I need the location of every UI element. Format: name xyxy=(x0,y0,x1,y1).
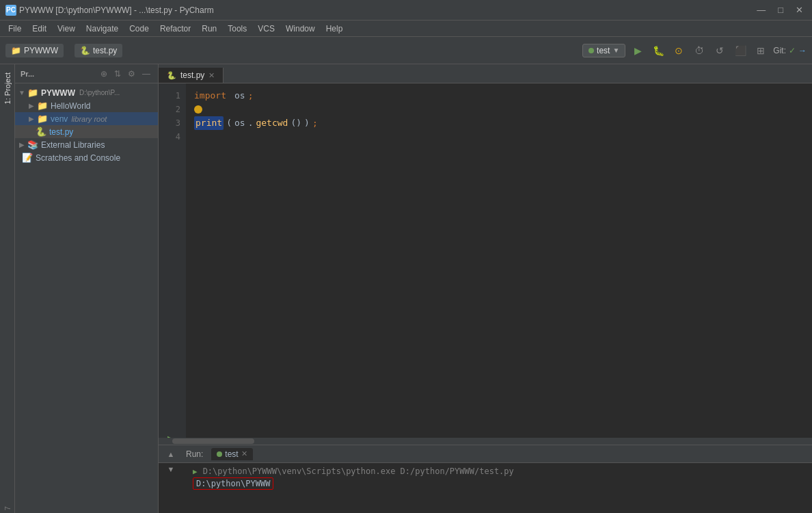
cmd-arrow-icon: ▶ xyxy=(193,467,198,476)
hint-bulb-icon xyxy=(194,105,202,114)
editor-tabs: 🐍 test.py ✕ xyxy=(159,64,812,83)
run-button[interactable]: ▶ xyxy=(630,42,646,59)
run-tab-close[interactable]: ✕ xyxy=(241,449,247,458)
code-editor[interactable]: 1 2 3 4 import os; print(os.getcwd xyxy=(159,83,812,438)
run-dot xyxy=(588,48,594,53)
line-num-3: 3 xyxy=(159,116,186,130)
debug-button[interactable]: 🐛 xyxy=(650,42,666,59)
title-bar-controls: — □ ✕ xyxy=(753,3,807,16)
run-scroll-up[interactable]: ▲ xyxy=(164,447,178,461)
tree-item-helloworld[interactable]: ▶ 📁 HelloWorld xyxy=(15,99,158,112)
menu-bar: File Edit View Navigate Code Refactor Ru… xyxy=(0,21,812,37)
extlib-icon: 📚 xyxy=(27,140,38,150)
maximize-button[interactable]: □ xyxy=(774,3,787,16)
menu-vcs[interactable]: VCS xyxy=(252,23,280,35)
token-paren-close: ) xyxy=(304,116,310,130)
token-semi-1: ; xyxy=(248,89,254,103)
layout-button[interactable]: ⊞ xyxy=(753,42,769,59)
hscroll-thumb[interactable] xyxy=(172,438,254,444)
run-config-selector[interactable]: test ▼ xyxy=(582,44,625,57)
menu-navigate[interactable]: Navigate xyxy=(81,23,124,35)
tree-label-pywww: PYWWW xyxy=(41,88,75,98)
code-content[interactable]: import os; print(os.getcwd()); xyxy=(186,83,812,438)
tree-label-extlib: External Libraries xyxy=(41,140,105,150)
panel-minimize-btn[interactable]: — xyxy=(140,68,152,79)
run-tab-test[interactable]: test ✕ xyxy=(211,448,252,460)
tree-item-venv[interactable]: ▶ 📁 venv library root xyxy=(15,112,158,125)
coverage-button[interactable]: ⊙ xyxy=(671,42,687,59)
tree-item-pywww[interactable]: ▼ 📁 PYWWW D:\python\P... xyxy=(15,86,158,99)
cmd-text: D:\python\PYWWW\venv\Scripts\python.exe … xyxy=(203,466,514,476)
bottom-content: ▶ D:\python\PYWWW\venv\Scripts\python.ex… xyxy=(159,463,812,513)
editor-tab-testpy[interactable]: 🐍 test.py ✕ xyxy=(159,68,224,83)
panel-icons: 1: Project 7 xyxy=(0,64,15,513)
run-config-label: test xyxy=(597,46,610,55)
hscroll[interactable] xyxy=(159,438,812,445)
tab-file-icon: 🐍 xyxy=(167,71,176,80)
file-tab-toolbar[interactable]: 🐍 test.py xyxy=(75,44,122,57)
git-arrow-icon[interactable]: → xyxy=(798,46,807,55)
token-os-2: os xyxy=(234,116,245,130)
menu-file[interactable]: File xyxy=(3,23,27,35)
project-panel: Pr... ⊕ ⇅ ⚙ — ▼ 📁 PYWWW D:\python\P... ▶… xyxy=(15,64,159,513)
token-call: () xyxy=(290,116,301,130)
pycharm-icon: PC xyxy=(5,5,16,16)
panel-icon-project[interactable]: 1: Project xyxy=(2,67,13,109)
panel-icon-7[interactable]: 7 xyxy=(2,503,13,513)
menu-refactor[interactable]: Refactor xyxy=(154,23,196,35)
git-section: Git: ✓ → xyxy=(773,46,807,55)
tab-close-btn[interactable]: ✕ xyxy=(208,71,215,80)
run-tab-dot xyxy=(217,451,222,457)
code-line-2 xyxy=(194,103,804,116)
scratches-icon: 📝 xyxy=(22,153,33,163)
tree-label-testpy: test.py xyxy=(49,127,73,137)
project-name-button[interactable]: 📁 PYWWW xyxy=(5,44,64,57)
tree-item-testpy[interactable]: 🐍 test.py xyxy=(15,125,158,138)
project-name-label: PYWWW xyxy=(24,46,58,55)
panel-sort-btn[interactable]: ⇅ xyxy=(112,68,123,79)
tree-item-scratches[interactable]: 📝 Scratches and Console xyxy=(15,151,158,164)
menu-run[interactable]: Run xyxy=(196,23,222,35)
code-line-1: import os; xyxy=(194,89,804,103)
file-icon-toolbar: 🐍 xyxy=(80,46,90,55)
code-line-3: print(os.getcwd()); xyxy=(194,116,804,130)
tree-badge-venv: library root xyxy=(69,115,107,123)
run-config-dropdown[interactable]: ▼ xyxy=(612,47,619,54)
token-import: import xyxy=(194,89,226,103)
menu-tools[interactable]: Tools xyxy=(222,23,252,35)
tree-content: ▼ 📁 PYWWW D:\python\P... ▶ 📁 HelloWorld … xyxy=(15,83,158,513)
panel-sync-btn[interactable]: ⊕ xyxy=(98,68,109,79)
tab-label: test.py xyxy=(180,70,204,80)
close-button[interactable]: ✕ xyxy=(792,3,807,16)
token-paren-open: ( xyxy=(226,116,232,130)
minimize-button[interactable]: — xyxy=(753,3,769,16)
profile-button[interactable]: ⏱ xyxy=(691,42,707,59)
menu-edit[interactable]: Edit xyxy=(27,23,52,35)
tree-item-extlib[interactable]: ▶ 📚 External Libraries xyxy=(15,138,158,151)
menu-help[interactable]: Help xyxy=(321,23,349,35)
bottom-line-cmd: ▶ D:\python\PYWWW\venv\Scripts\python.ex… xyxy=(159,466,812,477)
token-getcwd: getcwd xyxy=(256,116,288,130)
tree-arrow-hw: ▶ xyxy=(27,102,36,109)
tree-label-scratches: Scratches and Console xyxy=(36,153,120,163)
token-print-selected: print xyxy=(194,116,224,130)
token-os: os xyxy=(234,89,245,103)
line-num-2: 2 xyxy=(159,103,186,116)
tree-label-hw: HelloWorld xyxy=(51,101,90,111)
folder-icon-hw: 📁 xyxy=(37,101,48,111)
git-check-icon[interactable]: ✓ xyxy=(789,46,796,55)
bottom-panel: ▶ ▲ ▼ Run: test ✕ ▶ D:\python\PYWWW\venv… xyxy=(159,445,812,513)
token-dot: . xyxy=(248,116,254,130)
reload-button[interactable]: ↺ xyxy=(712,42,728,59)
output-text: D:\python\PYWWW xyxy=(193,477,273,490)
stop-button[interactable]: ⬛ xyxy=(732,42,748,59)
folder-icon-venv: 📁 xyxy=(37,114,48,124)
file-tab-label: test.py xyxy=(93,46,117,55)
line-num-4: 4 xyxy=(159,130,186,144)
menu-code[interactable]: Code xyxy=(124,23,154,35)
file-icon-testpy: 🐍 xyxy=(36,127,46,137)
panel-settings-btn[interactable]: ⚙ xyxy=(126,68,137,79)
menu-view[interactable]: View xyxy=(52,23,81,35)
code-line-4 xyxy=(194,130,804,144)
menu-window[interactable]: Window xyxy=(280,23,321,35)
